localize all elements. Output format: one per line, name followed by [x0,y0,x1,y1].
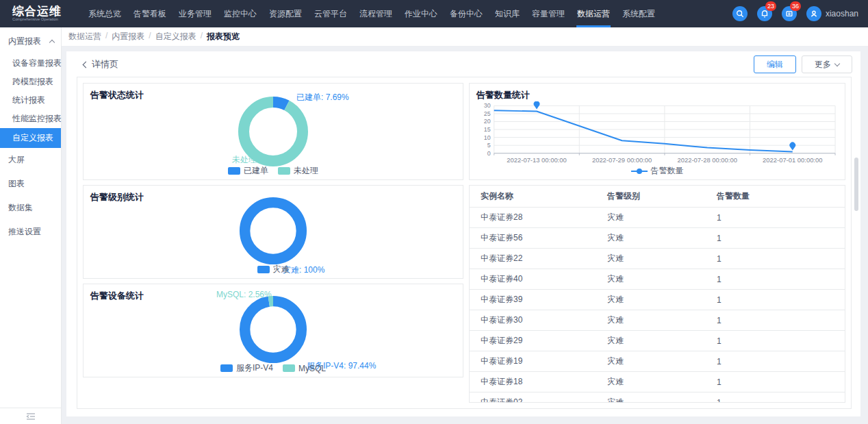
nav-item-0[interactable]: 系统总览 [82,0,127,27]
table-cell-0: 中泰证券22 [470,253,596,264]
sidebar-subitem-1[interactable]: 跨模型报表 [0,73,61,91]
nav-item-11[interactable]: 数据运营 [571,0,616,27]
sidebar-item-3[interactable]: 推送设置 [0,220,61,244]
more-button-label: 更多 [815,59,831,71]
legend-swatch [278,167,290,175]
breadcrumb-link[interactable]: 自定义报表 [155,31,196,42]
table-cell-1: 灾难 [596,376,706,388]
chart-title: 告警设备统计 [90,290,144,302]
pie-legend: 灾难 [84,264,463,275]
table-cell-2: 1 [706,213,845,223]
legend-item-1[interactable]: 未处理 [278,165,318,177]
legend-item-0[interactable]: 服务IP-V4 [220,362,273,374]
nav-item-5[interactable]: 云管平台 [308,0,353,27]
sidebar-subitem-4[interactable]: 自定义报表 [0,128,61,148]
alert-table-card: 实例名称告警级别告警数量中泰证券28灾难1中泰证券56灾难1中泰证券22灾难1中… [469,185,845,403]
table-cell-0: 中泰证券56 [470,232,596,244]
table-row: 中泰证券28灾难1 [470,208,845,228]
nav-item-6[interactable]: 流程管理 [353,0,398,27]
nav-item-8[interactable]: 备份中心 [444,0,489,27]
task-board-icon [785,10,793,18]
line-series-marker [631,171,648,172]
app-logo[interactable]: 综合运维 Comprehensive Operation [0,5,77,22]
table-cell-1: 灾难 [596,294,706,305]
table-cell-2: 1 [706,336,845,346]
legend-label: 告警数量 [651,165,684,177]
svg-text:0: 0 [487,150,491,157]
chart-title: 告警状态统计 [90,89,144,101]
table-row: 中泰证券02灾难1 [470,392,845,403]
back-to-detail-link[interactable]: 详情页 [84,58,118,71]
table-cell-0: 中泰证券39 [470,294,596,305]
svg-text:5: 5 [487,142,491,149]
donut-chart [239,295,307,364]
chevron-up-icon [49,40,55,45]
nav-item-10[interactable]: 容量管理 [526,0,571,27]
sidebar-subitem-3[interactable]: 性能监控报表 [0,110,61,128]
table-cell-1: 灾难 [596,397,706,403]
chevron-down-icon [834,60,840,66]
collapse-sidebar-icon [26,412,36,421]
sidebar-item-2[interactable]: 数据集 [0,196,61,220]
nav-item-1[interactable]: 告警看板 [127,0,173,27]
svg-text:2022-07-28 00:00:00: 2022-07-28 00:00:00 [678,156,737,164]
legend-swatch [257,266,270,273]
app-subtitle: Comprehensive Operation [12,17,65,21]
table-cell-0: 中泰证券18 [470,376,596,388]
table-cell-1: 灾难 [596,273,706,285]
nav-item-2[interactable]: 业务管理 [173,0,218,27]
pie-slice-label: 已建单: 7.69% [296,92,349,103]
search-icon [736,10,744,18]
breadcrumb-bar: 数据运营/内置报表/自定义报表/报表预览 [62,27,868,47]
collapse-sidebar-button[interactable] [0,408,61,424]
table-row: 中泰证券40灾难1 [470,269,845,290]
back-link-label: 详情页 [92,58,118,71]
user-menu[interactable]: xiaoshan [806,6,858,21]
table-cell-0: 中泰证券19 [470,356,596,367]
more-button[interactable]: 更多 [802,55,852,73]
table-cell-1: 灾难 [596,212,706,223]
breadcrumb-current: 报表预览 [207,31,240,42]
sidebar-subitem-0[interactable]: 设备容量报表 [0,54,61,73]
legend-label: 服务IP-V4 [236,362,273,374]
nav-item-4[interactable]: 资源配置 [263,0,308,27]
nav-item-7[interactable]: 作业中心 [398,0,444,27]
scrollbar-thumb[interactable] [854,158,858,211]
edit-button[interactable]: 编辑 [754,55,796,73]
table-cell-0: 中泰证券29 [470,335,596,347]
nav-menu: 系统总览告警看板业务管理监控中心资源配置云管平台流程管理作业中心备份中心知识库容… [82,0,661,27]
tasks-button[interactable]: 36 [782,6,797,21]
alert-table: 实例名称告警级别告警数量中泰证券28灾难1中泰证券56灾难1中泰证券22灾难1中… [470,186,845,402]
table-row: 中泰证券30灾难1 [470,310,845,331]
breadcrumb-link[interactable]: 数据运营 [68,31,101,42]
legend-label: 未处理 [294,165,318,177]
pie-legend: 服务IP-V4MySQL [84,362,463,374]
sidebar-item-0[interactable]: 大屏 [0,148,61,172]
table-cell-0: 中泰证券02 [470,397,596,403]
nav-item-12[interactable]: 系统配置 [616,0,661,27]
sidebar-group-builtin-reports[interactable]: 内置报表 [0,27,61,54]
table-cell-1: 灾难 [596,253,706,264]
legend-item-0[interactable]: 已建单 [228,165,268,177]
table-header-cell-1: 告警级别 [596,190,706,202]
legend-item-1[interactable]: MySQL [283,362,326,374]
svg-text:15: 15 [484,126,491,133]
sidebar-subitem-2[interactable]: 统计报表 [0,91,61,110]
table-cell-0: 中泰证券30 [470,314,596,326]
sidebar-item-1[interactable]: 图表 [0,172,61,196]
legend-item-alert-count[interactable]: 告警数量 [631,165,684,177]
nav-item-9[interactable]: 知识库 [489,0,526,27]
table-header-cell-2: 告警数量 [706,190,845,202]
chart-title: 告警数量统计 [476,89,530,101]
breadcrumb-link[interactable]: 内置报表 [112,31,144,42]
table-row: 中泰证券56灾难1 [470,228,845,249]
svg-text:25: 25 [484,110,491,117]
table-row: 中泰证券29灾难1 [470,331,845,351]
legend-item-0[interactable]: 灾难 [257,264,290,275]
search-button[interactable] [732,6,748,21]
app-title: 综合运维 [12,5,77,17]
username: xiaoshan [826,9,858,18]
notifications-button[interactable]: 23 [757,6,772,21]
nav-item-3[interactable]: 监控中心 [218,0,263,27]
svg-text:10: 10 [484,134,491,141]
